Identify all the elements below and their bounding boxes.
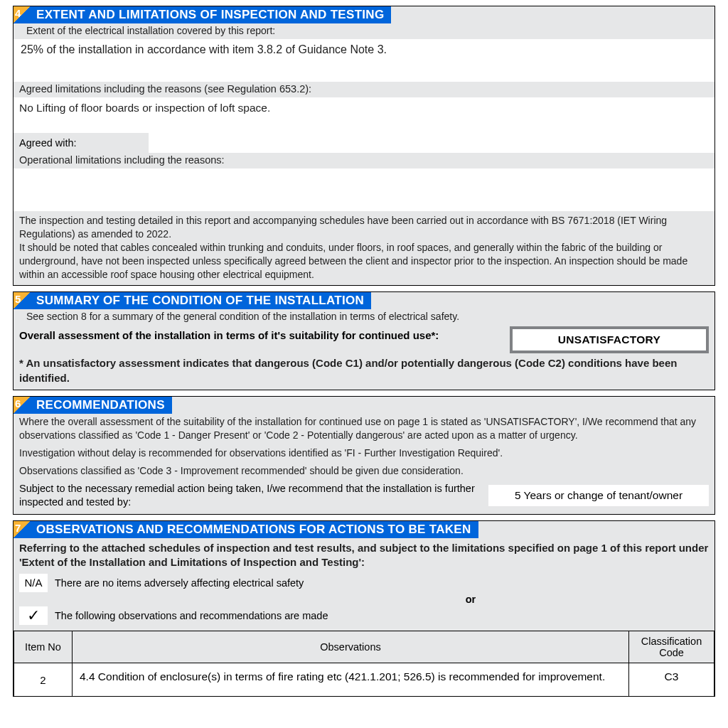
table-row: 2 4.4 Condition of enclosure(s) in terms… [14,663,714,697]
section-number-4: 4 [14,6,31,23]
section-recommendations: 6 RECOMMENDATIONS Where the overall asse… [13,396,715,515]
next-inspection-row: Subject to the necessary remedial action… [14,482,714,514]
section-summary: 5 SUMMARY OF THE CONDITION OF THE INSTAL… [13,291,715,390]
obs-or: or [227,594,714,606]
section-5-header: 5 SUMMARY OF THE CONDITION OF THE INSTAL… [14,292,714,309]
obs-option-1-label: There are no items adversely affecting e… [55,577,304,589]
section-6-title: RECOMMENDATIONS [14,397,172,414]
obs-option-1-check: N/A [19,574,48,592]
obs-option-2-check: ✓ [19,606,48,625]
rec-para-2: Investigation without delay is recommend… [14,446,714,464]
section-number-6: 6 [14,397,31,414]
assessment-label: Overall assessment of the installation i… [19,326,496,341]
section-observations: 7 OBSERVATIONS AND RECOMMENDATIONS FOR A… [13,520,715,697]
section-5-subhead: See section 8 for a summary of the gener… [14,309,714,325]
section-extent-limitations: 4 EXTENT AND LIMITATIONS OF INSPECTION A… [13,6,715,286]
col-header-classification: Classification Code [629,631,714,663]
observations-intro: Referring to the attached schedules of i… [14,538,714,574]
section-6-header: 6 RECOMMENDATIONS [14,397,714,414]
obs-item-no: 2 [14,663,73,697]
rec-para-3: Observations classified as 'Code 3 - Imp… [14,464,714,482]
assessment-row: Overall assessment of the installation i… [14,325,714,355]
rec-para-1: Where the overall assessment of the suit… [14,414,714,446]
agreed-with-row: Agreed with: [14,133,714,153]
observations-table: Item No Observations Classification Code… [14,631,714,697]
section-4-notes: The inspection and testing detailed in t… [14,211,714,285]
limits-label: Agreed limitations including the reasons… [14,82,714,97]
agreed-with-value [149,133,714,153]
col-header-item: Item No [14,631,73,663]
extent-label: Extent of the electrical installation co… [14,23,714,39]
obs-text: 4.4 Condition of enclosure(s) in terms o… [73,663,629,697]
obs-option-1: N/A There are no items adversely affecti… [14,574,714,594]
next-inspection-label: Subject to the necessary remedial action… [19,482,488,510]
assessment-footnote: * An unsatisfactory assessment indicates… [14,355,714,390]
obs-option-2-label: The following observations and recommend… [55,610,328,621]
section-number-7: 7 [14,521,31,538]
section-4-title: EXTENT AND LIMITATIONS OF INSPECTION AND… [14,6,391,23]
col-header-observations: Observations [73,631,629,663]
section-4-header: 4 EXTENT AND LIMITATIONS OF INSPECTION A… [14,6,714,23]
obs-option-2: ✓ The following observations and recomme… [14,606,714,626]
section-7-title: OBSERVATIONS AND RECOMMENDATIONS FOR ACT… [14,521,478,538]
section-number-5: 5 [14,292,31,309]
agreed-with-label: Agreed with: [14,133,149,153]
limits-value: No Lifting of floor boards or inspection… [14,97,714,133]
section-7-header: 7 OBSERVATIONS AND RECOMMENDATIONS FOR A… [14,521,714,538]
assessment-value: UNSATISFACTORY [510,326,709,353]
op-limits-value [14,168,714,211]
section-5-title: SUMMARY OF THE CONDITION OF THE INSTALLA… [14,292,371,309]
op-limits-label: Operational limitations including the re… [14,153,714,168]
extent-value: 25% of the installation in accordance wi… [14,39,714,82]
next-inspection-value: 5 Years or change of tenant/owner [488,485,709,506]
obs-class-code: C3 [629,663,714,697]
